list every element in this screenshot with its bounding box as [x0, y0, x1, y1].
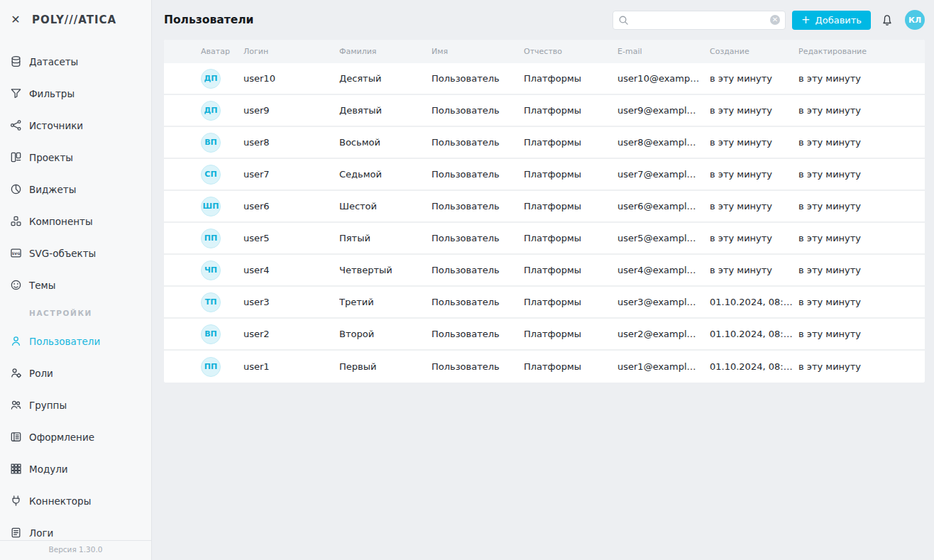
- email-cell: user3@example....: [617, 297, 710, 307]
- table-row[interactable]: ППuser5ПятыйПользовательПлатформыuser5@e…: [164, 223, 925, 255]
- sidebar-item-label: Группы: [29, 400, 67, 411]
- sidebar-item-components[interactable]: Компоненты: [0, 205, 151, 237]
- first-name-cell: Пользователь: [432, 233, 524, 243]
- column-header: Имя: [432, 47, 524, 56]
- search-icon: [618, 15, 629, 26]
- sidebar-item-modules[interactable]: Модули: [0, 453, 151, 485]
- top-controls: ✕ + Добавить КЛ: [612, 10, 925, 30]
- sidebar-item-users[interactable]: Пользователи: [0, 325, 151, 357]
- table-row[interactable]: ЧПuser4ЧетвертыйПользовательПлатформыuse…: [164, 255, 925, 287]
- middle-name-cell: Платформы: [524, 105, 617, 116]
- groups-icon: [10, 399, 22, 411]
- version-label: Версия 1.30.0: [0, 540, 151, 560]
- sources-icon: [10, 119, 22, 131]
- table-row[interactable]: ВПuser2ВторойПользовательПлатформыuser2@…: [164, 319, 925, 351]
- last-name-cell: Второй: [339, 329, 432, 339]
- avatar: ВП: [201, 324, 221, 344]
- sidebar-item-sources[interactable]: Источники: [0, 109, 151, 141]
- clear-search-icon[interactable]: ✕: [770, 15, 780, 25]
- edited-cell: в эту минуту: [798, 233, 925, 243]
- projects-icon: [10, 151, 22, 163]
- last-name-cell: Седьмой: [339, 169, 432, 180]
- sidebar-menu: ДатасетыФильтрыИсточникиПроектыВиджетыКо…: [0, 40, 151, 549]
- sidebar-item-appearance[interactable]: Оформление: [0, 421, 151, 453]
- search-input[interactable]: [633, 15, 770, 26]
- column-header: E-mail: [617, 47, 710, 56]
- edited-cell: в эту минуту: [798, 361, 925, 372]
- sidebar: ✕ POLY///ATICA ДатасетыФильтрыИсточникиП…: [0, 0, 152, 560]
- column-header: Логин: [243, 47, 339, 56]
- avatar: ШП: [201, 197, 221, 216]
- last-name-cell: Третий: [339, 297, 432, 307]
- sidebar-item-connectors[interactable]: Коннекторы: [0, 485, 151, 517]
- sidebar-item-label: Модули: [29, 463, 68, 475]
- sidebar-item-groups[interactable]: Группы: [0, 389, 151, 421]
- created-cell: в эту минуту: [710, 73, 798, 84]
- middle-name-cell: Платформы: [524, 361, 617, 372]
- table-row[interactable]: ДПuser10ДесятыйПользовательПлатформыuser…: [164, 63, 925, 95]
- column-header: Аватар: [164, 47, 243, 56]
- avatar: ВП: [201, 133, 221, 153]
- roles-icon: [10, 367, 22, 379]
- avatar-cell: ТП: [164, 292, 243, 312]
- avatar: ДП: [201, 69, 221, 89]
- first-name-cell: Пользователь: [432, 73, 524, 84]
- avatar-cell: ПП: [164, 229, 243, 248]
- login-cell: user6: [243, 201, 339, 212]
- middle-name-cell: Платформы: [524, 233, 617, 243]
- created-cell: в эту минуту: [710, 105, 798, 116]
- login-cell: user4: [243, 265, 339, 275]
- table-row[interactable]: ДПuser9ДевятыйПользовательПлатформыuser9…: [164, 95, 925, 127]
- table-body: ДПuser10ДесятыйПользовательПлатформыuser…: [164, 63, 925, 383]
- table-row[interactable]: ВПuser8ВосьмойПользовательПлатформыuser8…: [164, 127, 925, 159]
- middle-name-cell: Платформы: [524, 73, 617, 84]
- first-name-cell: Пользователь: [432, 265, 524, 275]
- email-cell: user6@example....: [617, 201, 710, 212]
- created-cell: в эту минуту: [710, 137, 798, 148]
- users-table: АватарЛогинФамилияИмяОтчествоE-mailСозда…: [164, 40, 925, 383]
- sidebar-item-projects[interactable]: Проекты: [0, 141, 151, 173]
- login-cell: user1: [243, 361, 339, 372]
- column-header: Создание: [710, 47, 798, 56]
- avatar-cell: ШП: [164, 197, 243, 216]
- email-cell: user9@example....: [617, 105, 710, 116]
- login-cell: user5: [243, 233, 339, 243]
- first-name-cell: Пользователь: [432, 137, 524, 148]
- connectors-icon: [10, 495, 22, 507]
- login-cell: user8: [243, 137, 339, 148]
- sidebar-item-filters[interactable]: Фильтры: [0, 77, 151, 109]
- sidebar-item-label: Компоненты: [29, 216, 93, 227]
- sidebar-header: ✕ POLY///ATICA: [0, 0, 151, 40]
- main-content: Пользователи ✕ + Добавить КЛ АватарЛогин…: [152, 0, 934, 560]
- sidebar-item-datasets[interactable]: Датасеты: [0, 45, 151, 77]
- app-logo: POLY///ATICA: [32, 13, 116, 26]
- sidebar-item-roles[interactable]: Роли: [0, 357, 151, 389]
- sidebar-item-label: Фильтры: [29, 88, 75, 99]
- table-row[interactable]: ТПuser3ТретийПользовательПлатформыuser3@…: [164, 287, 925, 319]
- logs-icon: [10, 527, 22, 539]
- table-row[interactable]: СПuser7СедьмойПользовательПлатформыuser7…: [164, 159, 925, 191]
- notifications-bell-icon[interactable]: [880, 13, 894, 27]
- avatar-cell: ДП: [164, 101, 243, 121]
- add-user-button[interactable]: + Добавить: [792, 11, 871, 30]
- email-cell: user10@example...: [617, 73, 710, 84]
- sidebar-item-widgets[interactable]: Виджеты: [0, 173, 151, 205]
- first-name-cell: Пользователь: [432, 297, 524, 307]
- email-cell: user8@example....: [617, 137, 710, 148]
- first-name-cell: Пользователь: [432, 361, 524, 372]
- sidebar-item-themes[interactable]: Темы: [0, 269, 151, 301]
- sidebar-item-label: Источники: [29, 120, 83, 131]
- avatar-cell: ВП: [164, 324, 243, 344]
- add-user-button-label: Добавить: [815, 15, 862, 26]
- created-cell: в эту минуту: [710, 169, 798, 180]
- email-cell: user5@example....: [617, 233, 710, 243]
- close-icon[interactable]: ✕: [9, 13, 22, 26]
- avatar-cell: ЧП: [164, 260, 243, 280]
- last-name-cell: Первый: [339, 361, 432, 372]
- table-row[interactable]: ШПuser6ШестойПользовательПлатформыuser6@…: [164, 191, 925, 223]
- table-row[interactable]: ППuser1ПервыйПользовательПлатформыuser1@…: [164, 351, 925, 383]
- login-cell: user10: [243, 73, 339, 84]
- user-avatar[interactable]: КЛ: [905, 10, 925, 30]
- sidebar-item-svg-objects[interactable]: SVGSVG-объекты: [0, 237, 151, 269]
- edited-cell: в эту минуту: [798, 169, 925, 180]
